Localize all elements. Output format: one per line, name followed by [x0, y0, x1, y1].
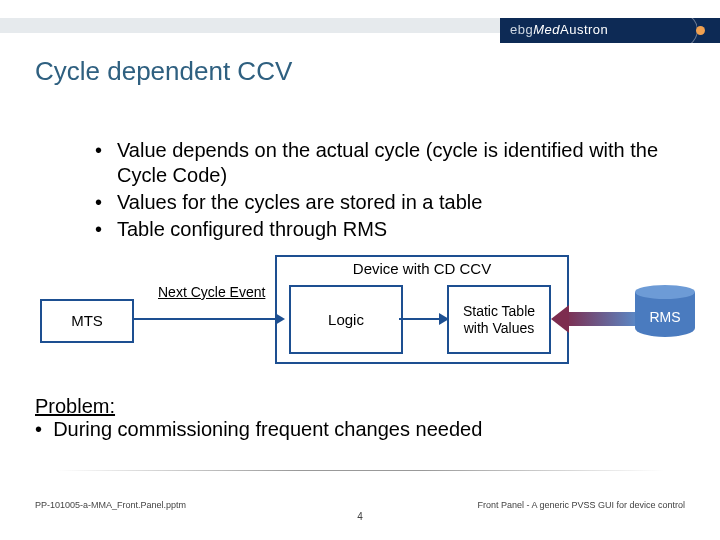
divider-line	[55, 470, 665, 471]
diagram: MTS Next Cycle Event Device with CD CCV …	[40, 255, 690, 375]
header-blue-strip: ebgMedAustron	[500, 18, 720, 43]
rms-cylinder: RMS	[635, 285, 695, 345]
bullet-item: Values for the cycles are stored in a ta…	[95, 190, 680, 215]
slide-title: Cycle dependent CCV	[35, 56, 292, 87]
static-table-box: Static Table with Values	[447, 285, 551, 354]
problem-heading: Problem:	[35, 395, 482, 418]
next-cycle-label: Next Cycle Event	[158, 284, 265, 300]
logic-box: Logic	[289, 285, 403, 354]
device-box: Device with CD CCV Logic Static Table wi…	[275, 255, 569, 364]
rms-label: RMS	[635, 309, 695, 325]
logo-italic: Med	[533, 22, 560, 37]
cylinder-top-icon	[635, 285, 695, 299]
logo-rest: Austron	[560, 22, 608, 37]
header-gray-strip	[0, 18, 500, 33]
arrow-logic-to-static	[399, 318, 441, 320]
problem-section: Problem: • During commissioning frequent…	[35, 395, 482, 441]
arrow-mts-to-device	[132, 318, 277, 320]
page-number: 4	[0, 511, 720, 522]
mts-box: MTS	[40, 299, 134, 343]
logo-text: ebgMedAustron	[510, 22, 608, 37]
footer-right: Front Panel - A generic PVSS GUI for dev…	[477, 500, 685, 510]
logo-dot-icon	[696, 26, 705, 35]
bullet-item: Table configured through RMS	[95, 217, 680, 242]
device-label: Device with CD CCV	[277, 260, 567, 277]
bullet-list: Value depends on the actual cycle (cycle…	[55, 138, 680, 244]
logo-ring-icon	[651, 18, 701, 43]
problem-bullet: • During commissioning frequent changes …	[35, 418, 482, 441]
arrow-head-icon	[439, 313, 449, 325]
arrow-rms-to-static	[565, 312, 638, 326]
bullet-item: Value depends on the actual cycle (cycle…	[95, 138, 680, 188]
logo-prefix: ebg	[510, 22, 533, 37]
arrow-rms-head-icon	[551, 305, 569, 333]
footer-left: PP-101005-a-MMA_Front.Panel.pptm	[35, 500, 186, 510]
